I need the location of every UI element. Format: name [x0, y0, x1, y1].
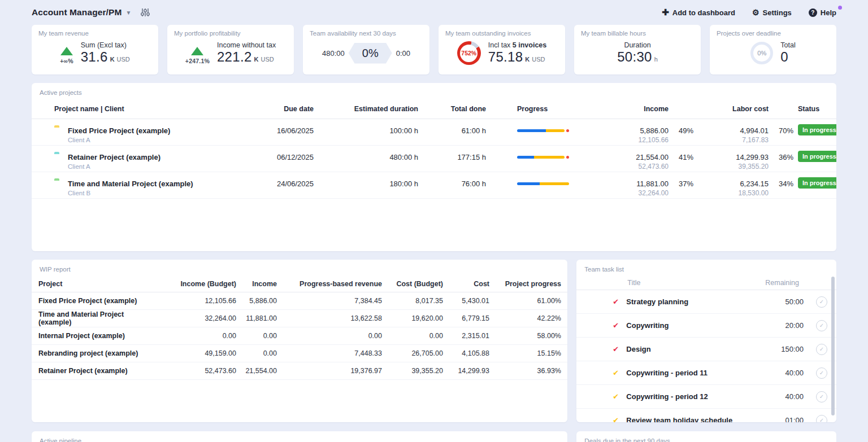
scrollbar-thumb[interactable] [831, 277, 835, 415]
col-cost-budget[interactable]: Cost (Budget) [382, 280, 443, 288]
progress-based-revenue: 7,448.33 [277, 349, 382, 357]
col-total-done[interactable]: Total done [418, 105, 486, 113]
income-value: 5,886.00 [596, 126, 669, 135]
col-due-date[interactable]: Due date [218, 105, 314, 113]
table-row[interactable]: Fixed Price Project (example) Client A 1… [32, 119, 836, 146]
project-name-link[interactable]: Fixed Price Project (example) [38, 297, 145, 305]
col-progress-based-revenue[interactable]: Progress-based revenue [277, 280, 382, 288]
task-remaining: 50:00 [785, 297, 804, 306]
kpi-unit: K [254, 56, 259, 63]
labor-cost-budget: 39,355.20 [693, 162, 769, 172]
task-priority-check-icon: ✔ [613, 369, 624, 377]
col-cost[interactable]: Cost [443, 280, 489, 288]
income-value: 11,881.00 [596, 179, 669, 189]
project-name-link[interactable]: Rebranding project (example) [38, 349, 145, 357]
table-row[interactable]: Rebranding project (example) 49,159.00 0… [32, 345, 567, 362]
due-date: 24/06/2025 [218, 172, 314, 189]
col-project[interactable]: Project name | Client [32, 105, 218, 113]
task-title-link[interactable]: Copywriting [626, 321, 785, 330]
project-name-link[interactable]: Internal Project (example) [38, 332, 145, 340]
top-bar: Account Manager/PM ▼ ✚ Add to dashboard … [0, 0, 868, 25]
cost: 6,779.15 [443, 314, 489, 322]
cost: 2,315.01 [443, 332, 489, 340]
kpi-card-row: My team revenue +∞% Sum (Excl tax) 31.6 … [32, 25, 836, 75]
mark-done-icon[interactable]: ✓ [816, 320, 827, 331]
kpi-title: My team outstanding invoices [445, 30, 558, 37]
client-link[interactable]: Client B [68, 189, 218, 198]
availability-total-hours: 480:00 [322, 49, 345, 58]
kpi-value: 0 [780, 49, 788, 65]
task-title-link[interactable]: Review team holiday schedule [626, 416, 785, 422]
kpi-label: Incl tax 5 invoices [488, 41, 547, 49]
list-item[interactable]: ✔ Copywriting - period 11 40:00 ✓ [576, 361, 836, 385]
cost-budget: 26,705.00 [382, 349, 443, 357]
table-row[interactable]: Retainer Project (example) 52,473.60 21,… [32, 362, 567, 380]
col-labor-cost[interactable]: Labor cost [693, 105, 769, 113]
gauge-ring: 0% [750, 42, 773, 64]
col-income[interactable]: Income [596, 105, 669, 113]
task-title-link[interactable]: Copywriting - period 11 [626, 369, 785, 377]
col-progress[interactable]: Progress [486, 105, 596, 113]
list-item[interactable]: ✔ Design 150:00 ✓ [576, 338, 836, 361]
project-name-link[interactable]: Retainer Project (example) [68, 152, 218, 162]
table-row[interactable]: Fixed Price Project (example) 12,105.66 … [32, 292, 567, 310]
income-percent: 49% [669, 119, 693, 135]
col-title[interactable]: Title [627, 279, 640, 287]
project-name-link[interactable]: Time and Material Project (example) [38, 310, 145, 326]
project-name-link[interactable]: Retainer Project (example) [38, 367, 145, 375]
col-status[interactable]: Status [793, 105, 836, 113]
list-item[interactable]: ✔ Copywriting 20:00 ✓ [576, 314, 836, 338]
task-priority-check-icon: ✔ [613, 321, 624, 330]
income-percent: 37% [669, 172, 693, 189]
task-title-link[interactable]: Strategy planning [626, 297, 785, 306]
income-budget: 52,473.60 [596, 162, 669, 172]
list-item[interactable]: ✔ Strategy planning 50:00 ✓ [576, 290, 836, 314]
status-badge: In progress [798, 124, 836, 135]
col-project-progress[interactable]: Project progress [489, 280, 561, 288]
progress-yellow [534, 156, 565, 159]
table-row[interactable]: Time and Material Project (example) 32,2… [32, 310, 567, 327]
col-remaining[interactable]: Remaining [765, 279, 799, 287]
mark-done-icon[interactable]: ✓ [816, 344, 827, 355]
col-income-budget[interactable]: Income (Budget) [145, 280, 236, 288]
kpi-label: Sum (Excl tax) [81, 41, 130, 49]
mark-done-icon[interactable]: ✓ [816, 391, 827, 402]
panel-title: Active projects [32, 83, 836, 99]
mark-done-icon[interactable]: ✓ [816, 367, 827, 379]
list-item[interactable]: ✔ Review team holiday schedule 01:00 ✓ [576, 409, 836, 422]
table-row[interactable]: Retainer Project (example) Client A 06/1… [32, 146, 836, 172]
task-title-link[interactable]: Copywriting - period 12 [626, 392, 785, 401]
project-name-link[interactable]: Fixed Price Project (example) [68, 126, 218, 135]
chevron-down-icon[interactable]: ▼ [125, 10, 131, 16]
client-link[interactable]: Client A [68, 135, 218, 145]
deals-due-panel: Deals due in the next 90 days [576, 431, 836, 442]
add-to-dashboard-button[interactable]: ✚ Add to dashboard [662, 7, 735, 17]
income-budget: 49,159.00 [145, 349, 236, 357]
due-date: 06/12/2025 [218, 146, 314, 162]
gear-icon: ⚙ [752, 8, 760, 17]
project-name-link[interactable]: Time and Material Project (example) [68, 179, 218, 189]
labor-cost-percent: 36% [769, 146, 793, 162]
mark-done-icon[interactable]: ✓ [816, 415, 827, 423]
income-budget: 12,105.66 [145, 297, 236, 305]
table-row[interactable]: Internal Project (example) 0.00 0.00 0.0… [32, 327, 567, 345]
col-income[interactable]: Income [236, 280, 277, 288]
table-row[interactable]: Time and Material Project (example) Clie… [32, 172, 836, 199]
task-list-header: Title Remaining [576, 275, 836, 290]
help-button[interactable]: ? Help [809, 8, 836, 17]
project-progress: 58.00% [489, 332, 561, 340]
mark-done-icon[interactable]: ✓ [816, 296, 827, 308]
task-title-link[interactable]: Design [626, 345, 781, 353]
col-estimated-duration[interactable]: Estimated duration [314, 105, 418, 113]
client-link[interactable]: Client A [68, 162, 218, 171]
col-project[interactable]: Project [38, 280, 145, 288]
status-badge: In progress [798, 151, 836, 162]
kpi-value: 75.18 [488, 49, 523, 65]
settings-button[interactable]: ⚙ Settings [752, 8, 792, 17]
progress-yellow [540, 182, 569, 185]
task-priority-check-icon: ✔ [613, 416, 624, 422]
list-item[interactable]: ✔ Copywriting - period 12 40:00 ✓ [576, 385, 836, 409]
page-title[interactable]: Account Manager/PM [32, 7, 121, 17]
trend-up-icon [191, 47, 203, 55]
filter-sliders-icon[interactable] [140, 8, 150, 17]
